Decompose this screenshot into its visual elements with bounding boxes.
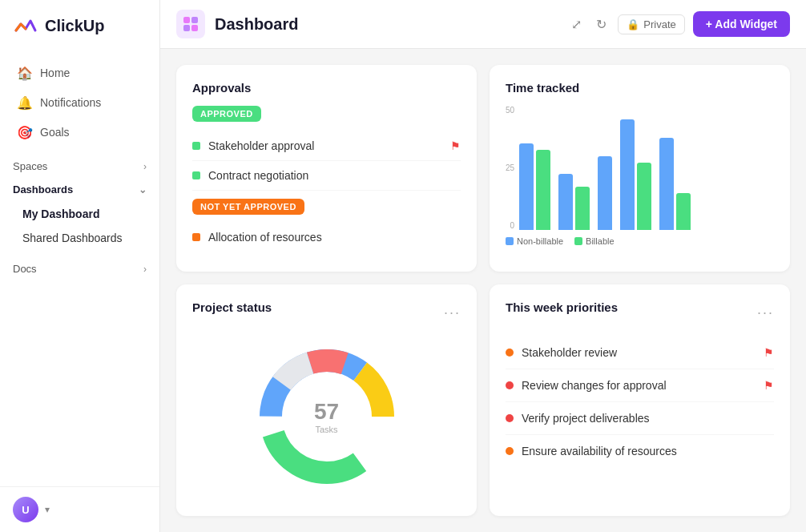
priorities-menu[interactable]: ··· [757,304,774,321]
priority-text-2: Verify project deliverables [522,412,650,425]
legend-dot-green [574,237,582,245]
approved-badge: APPROVED [192,106,261,122]
lock-icon: 🔒 [627,18,639,30]
sidebar-item-home-label: Home [40,66,70,79]
project-status-menu[interactable]: ··· [444,304,461,321]
legend-non-billable: Non-billable [506,236,563,246]
sidebar-item-shared-dashboards-label: Shared Dashboards [22,232,123,244]
sidebar-section-dashboards[interactable]: Dashboards ⌄ [0,179,159,200]
tasks-label: Tasks [314,425,339,434]
approval-text-allocation: Allocation of resources [208,231,322,244]
chevron-right-icon-docs: › [143,264,147,275]
priority-text-1: Review changes for approval [522,379,667,392]
bar-blue-4 [620,119,635,230]
sidebar-item-shared-dashboards[interactable]: Shared Dashboards [0,226,159,250]
donut-chart: 57 Tasks [192,337,461,497]
sidebar-item-notifications-label: Notifications [40,96,101,109]
sidebar-item-goals-label: Goals [40,126,70,139]
y-label-0: 0 [510,221,515,230]
bar-blue-2 [558,174,573,230]
bar-blue-3 [598,156,612,230]
bar-group-1 [519,143,550,230]
priorities-title: This week priorities [506,300,618,314]
project-status-header: Project status ··· [192,300,461,325]
priority-item-3: Ensure availability of resources [506,435,774,467]
chart-legend: Non-billable Billable [506,236,774,246]
private-badge[interactable]: 🔒 Private [618,14,684,34]
bar-green-5 [676,193,691,230]
priority-text-0: Stakeholder review [522,346,617,359]
sidebar-section-docs-label: Docs [13,263,37,275]
sidebar-item-my-dashboard[interactable]: My Dashboard [0,202,159,226]
add-widget-button[interactable]: + Add Widget [693,11,790,37]
bar-green-1 [536,150,550,230]
approval-text-stakeholder: Stakeholder approval [208,139,314,152]
priority-dot-1 [506,381,514,389]
legend-billable-label: Billable [586,236,614,246]
goals-icon: 🎯 [18,125,32,139]
bar-group-4 [620,119,651,230]
priority-text-3: Ensure availability of resources [522,445,677,457]
project-status-title: Project status [192,300,272,314]
time-chart: 50 25 0 [506,106,774,250]
sidebar-item-home[interactable]: 🏠 Home [5,58,155,87]
clickup-logo-icon [13,13,38,38]
bar-group-3 [598,156,612,230]
sidebar-footer: U ▾ [0,486,159,532]
main-content: Dashboard ⤢ ↻ 🔒 Private + Add Widget App… [160,0,806,532]
approved-dot [192,142,200,150]
donut-center: 57 Tasks [314,399,339,434]
sidebar-section-spaces-label: Spaces [13,160,47,172]
priorities-widget: This week priorities ··· Stakeholder rev… [490,284,790,517]
chevron-right-icon: › [143,161,147,172]
sidebar-item-my-dashboard-label: My Dashboard [22,208,99,220]
priority-item-0: Stakeholder review ⚑ [506,337,774,369]
priority-dot-0 [506,349,514,357]
y-label-25: 25 [506,163,514,172]
bar-blue-5 [659,138,674,230]
sidebar-navigation: 🏠 Home 🔔 Notifications 🎯 Goals Spaces › … [0,51,159,486]
user-avatar[interactable]: U [13,497,38,522]
priorities-header: This week priorities ··· [506,300,774,325]
app-name: ClickUp [45,17,104,35]
bar-group-2 [558,174,590,230]
bell-icon: 🔔 [18,95,32,110]
flag-icon-red: ⚑ [450,139,461,152]
chevron-down-icon: ⌄ [139,184,147,195]
sidebar-item-goals[interactable]: 🎯 Goals [5,118,155,147]
project-status-widget: Project status ··· [176,284,477,517]
private-label: Private [643,18,675,30]
expand-button[interactable]: ⤢ [568,14,585,35]
time-tracked-title: Time tracked [506,81,774,95]
sidebar-section-docs[interactable]: Docs › [0,258,159,280]
svg-rect-1 [191,17,198,23]
not-approved-dot [192,233,200,241]
priority-dot-2 [506,414,514,422]
approval-text-contract: Contract negotiation [208,169,308,182]
refresh-button[interactable]: ↻ [593,14,610,35]
priority-item-1: Review changes for approval ⚑ [506,369,774,402]
time-tracked-widget: Time tracked 50 25 0 [490,65,790,272]
sidebar-item-notifications[interactable]: 🔔 Notifications [5,88,155,117]
approvals-widget: Approvals APPROVED Stakeholder approval … [176,65,477,272]
not-approved-badge: NOT YET APPROVED [192,199,304,215]
sidebar-section-spaces[interactable]: Spaces › [0,155,159,177]
dashboard-icon [176,10,205,38]
svg-rect-3 [191,25,198,31]
priority-flag-0: ⚑ [764,346,774,359]
bar-blue-1 [519,143,534,230]
sidebar-section-dashboards-label: Dashboards [13,183,73,195]
approved-dot-2 [192,171,200,179]
page-title: Dashboard [215,15,558,34]
bar-group-5 [659,138,691,230]
topbar: Dashboard ⤢ ↻ 🔒 Private + Add Widget [160,0,806,49]
legend-dot-blue [506,237,514,245]
priority-dot-3 [506,447,514,455]
approvals-title: Approvals [192,81,461,95]
approval-item-stakeholder: Stakeholder approval ⚑ [192,131,461,161]
legend-billable: Billable [574,236,614,246]
bar-green-2 [575,187,590,230]
tasks-count: 57 [314,399,339,425]
priority-flag-1: ⚑ [764,379,774,392]
user-chevron: ▾ [45,504,50,515]
